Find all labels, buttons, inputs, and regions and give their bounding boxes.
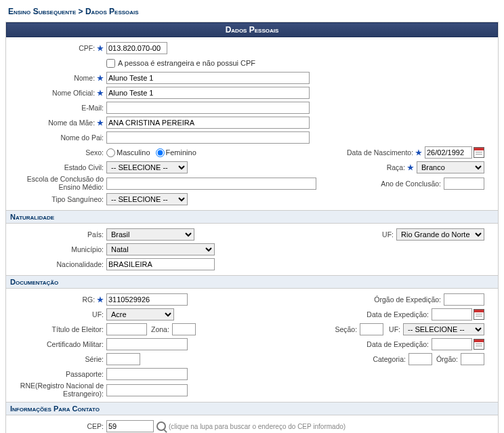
calendar-icon[interactable] bbox=[474, 309, 484, 320]
estrangeira-label: A pessoa é estrangeira e não possui CPF bbox=[118, 59, 255, 67]
data-exp-label: Data de Expedição: bbox=[366, 310, 432, 318]
doc-uf2-select[interactable]: -- SELECIONE -- bbox=[403, 323, 484, 335]
calendar-icon[interactable] bbox=[474, 339, 484, 350]
pais-label: País: bbox=[6, 230, 106, 239]
documentacao-header: Documentação bbox=[6, 275, 498, 289]
estado-civil-label: Estado Civil: bbox=[6, 163, 106, 171]
tipo-sang-select[interactable]: -- SELECIONE -- bbox=[106, 193, 188, 205]
secao-input[interactable] bbox=[360, 323, 383, 335]
cpf-input[interactable] bbox=[106, 42, 167, 54]
email-input[interactable] bbox=[106, 102, 310, 114]
titulo-label: Título de Eleitor: bbox=[6, 325, 106, 333]
rg-input[interactable] bbox=[106, 293, 188, 306]
serie-label: Série: bbox=[6, 355, 106, 363]
doc-uf-select[interactable]: Acre bbox=[106, 308, 174, 321]
search-icon[interactable] bbox=[156, 421, 166, 431]
breadcrumb-sep: > bbox=[79, 7, 83, 16]
sexo-m-text: Masculino bbox=[117, 148, 150, 157]
cpf-label: CPF: bbox=[79, 44, 95, 52]
nat-uf-label: UF: bbox=[382, 230, 396, 239]
sexo-feminino-radio[interactable] bbox=[156, 148, 165, 157]
nome-pai-input[interactable] bbox=[106, 131, 310, 144]
escola-conc-label: Escola de Conclusão do Ensino Médio: bbox=[6, 176, 106, 191]
data-nasc-label: Data de Nascimento: bbox=[347, 148, 413, 157]
data-nasc-input[interactable] bbox=[425, 146, 472, 159]
orgao2-input[interactable] bbox=[461, 353, 484, 365]
data-exp2-label: Data de Expedição: bbox=[366, 340, 432, 348]
raca-label: Raça: bbox=[387, 163, 405, 171]
categoria-label: Categoria: bbox=[373, 355, 408, 363]
zona-input[interactable] bbox=[172, 323, 196, 335]
nome-oficial-input[interactable] bbox=[106, 87, 310, 99]
estado-civil-select[interactable]: -- SELECIONE -- bbox=[106, 161, 188, 173]
page-title: Dados Pessoais bbox=[6, 22, 498, 37]
orgao-exp-label: Órgão de Expedição: bbox=[374, 295, 444, 304]
rne-label: RNE(Registro Nacional de Estrangeiro): bbox=[6, 382, 106, 398]
nome-mae-input[interactable] bbox=[106, 117, 310, 129]
orgao2-label: Órgão: bbox=[436, 355, 461, 363]
nacionalidade-input[interactable] bbox=[106, 258, 215, 270]
categoria-input[interactable] bbox=[408, 353, 432, 365]
email-label: E-Mail: bbox=[6, 104, 106, 112]
sexo-masculino-radio[interactable] bbox=[106, 148, 115, 157]
municipio-label: Município: bbox=[6, 245, 106, 253]
cep-input[interactable] bbox=[106, 420, 154, 432]
calendar-icon[interactable] bbox=[474, 147, 484, 158]
doc-uf2-label: UF: bbox=[389, 325, 403, 333]
nome-oficial-label: Nome Oficial: bbox=[52, 89, 95, 97]
breadcrumb-link-1[interactable]: Ensino Subsequente bbox=[8, 7, 76, 16]
raca-select[interactable]: Branco bbox=[417, 161, 484, 173]
rg-label: RG: bbox=[82, 295, 95, 304]
titulo-input[interactable] bbox=[106, 323, 147, 335]
ano-conc-input[interactable] bbox=[444, 178, 484, 190]
municipio-select[interactable]: Natal bbox=[106, 243, 215, 255]
cep-hint: (clique na lupa para buscar o endereço d… bbox=[169, 423, 345, 430]
pais-select[interactable]: Brasil bbox=[106, 228, 194, 241]
nome-mae-label: Nome da Mãe: bbox=[48, 119, 95, 127]
estrangeira-checkbox[interactable] bbox=[106, 59, 115, 68]
tipo-sang-label: Tipo Sanguíneo: bbox=[6, 195, 106, 203]
nacionalidade-label: Nacionalidade: bbox=[6, 260, 106, 268]
breadcrumb: Ensino Subsequente > Dados Pessoais bbox=[5, 5, 499, 18]
doc-uf-label: UF: bbox=[6, 310, 106, 318]
cep-label: CEP: bbox=[6, 422, 106, 430]
naturalidade-header: Naturalidade bbox=[6, 210, 498, 224]
nome-input[interactable] bbox=[106, 72, 310, 84]
cert-input[interactable] bbox=[106, 338, 188, 350]
contato-header: Informações Para Contato bbox=[6, 402, 498, 415]
passaporte-label: Passaporte: bbox=[6, 370, 106, 378]
serie-input[interactable] bbox=[106, 353, 140, 365]
cert-label: Certificado Militar: bbox=[6, 340, 106, 348]
zona-label: Zona: bbox=[151, 325, 172, 333]
data-exp-input[interactable] bbox=[432, 308, 472, 321]
escola-conc-input[interactable] bbox=[106, 178, 316, 190]
nat-uf-select[interactable]: Rio Grande do Norte bbox=[396, 228, 484, 241]
sexo-f-text: Feminino bbox=[166, 148, 196, 157]
orgao-exp-input[interactable] bbox=[444, 293, 484, 306]
breadcrumb-link-2[interactable]: Dados Pessoais bbox=[85, 7, 139, 16]
nome-label: Nome: bbox=[74, 74, 95, 82]
data-exp2-input[interactable] bbox=[432, 338, 472, 350]
ano-conc-label: Ano de Conclusão: bbox=[381, 180, 444, 188]
secao-label: Seção: bbox=[335, 325, 360, 333]
passaporte-input[interactable] bbox=[106, 368, 188, 380]
rne-input[interactable] bbox=[106, 384, 188, 396]
sexo-label: Sexo: bbox=[6, 148, 106, 157]
nome-pai-label: Nome do Pai: bbox=[6, 133, 106, 142]
